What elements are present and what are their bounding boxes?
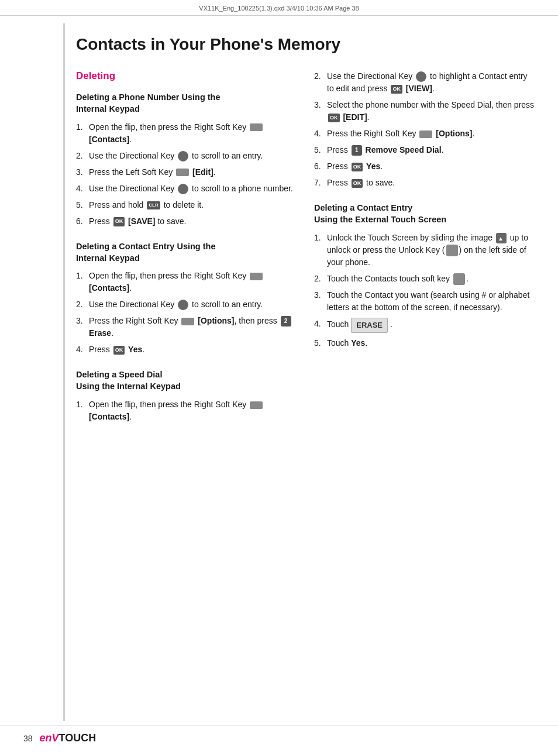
step-item: 2. Use the Directional Key to scroll to … [76, 298, 297, 311]
step-item: 7. Press OK to save. [314, 177, 535, 189]
steps-contact-entry: 1. Open the flip, then press the Right S… [76, 270, 297, 356]
step-item: 4. Press OK Yes. [76, 343, 297, 356]
subsection-heading-touch-screen: Deleting a Contact EntryUsing the Extern… [314, 202, 535, 226]
step-item: 5. Press and hold CLR to delete it. [76, 199, 297, 211]
dkey-icon [416, 71, 426, 82]
step-item: 3. Press the Right Soft Key [Options], t… [76, 315, 297, 339]
step-item: 1. Open the flip, then press the Right S… [76, 270, 297, 294]
subsection-heading-contact-entry: Deleting a Contact Entry Using theIntern… [76, 240, 297, 264]
step-item: 1. Open the flip, then press the Right S… [76, 398, 297, 423]
dkey-icon [178, 151, 188, 161]
page-content: Contacts in Your Phone's Memory Deleting… [76, 29, 535, 715]
step-item: 6. Press OK [SAVE] to save. [76, 215, 297, 228]
ok-icon: OK [113, 217, 125, 226]
softkey-icon [181, 318, 194, 325]
ok-icon: OK [391, 85, 402, 94]
steps-speed-dial-continued: 2. Use the Directional Key to highlight … [314, 70, 535, 189]
step-item: 5. Touch Yes. [314, 337, 535, 349]
step-item: 4. Use the Directional Key to scroll to … [76, 183, 297, 195]
steps-phone-number: 1. Open the flip, then press the Right S… [76, 121, 297, 228]
subsection-heading-speed-dial: Deleting a Speed DialUsing the Internal … [76, 369, 297, 393]
right-column: 2. Use the Directional Key to highlight … [314, 70, 535, 436]
ok-icon: OK [113, 346, 125, 355]
steps-speed-dial: 1. Open the flip, then press the Right S… [76, 398, 297, 423]
page-title: Contacts in Your Phone's Memory [76, 35, 535, 54]
margin-line [63, 23, 65, 721]
unlock-key-icon [446, 245, 458, 256]
softkey-icon [250, 401, 263, 409]
step-item: 3. Touch the Contact you want (search us… [314, 289, 535, 314]
header-text: VX11K_Eng_100225(1.3).qxd 3/4/10 10:36 A… [199, 5, 359, 12]
step-item: 4. Press the Right Soft Key [Options]. [314, 128, 535, 140]
softkey-icon [250, 273, 263, 280]
step-item: 1. Unlock the Touch Screen by sliding th… [314, 232, 535, 269]
step-item: 2. Touch the Contacts touch soft key . [314, 273, 535, 285]
step-item: 3. Press the Left Soft Key [Edit]. [76, 166, 297, 178]
softkey-icon [176, 169, 189, 176]
numkey-1-icon: 1 [352, 145, 362, 156]
step-item: 5. Press 1 Remove Speed Dial. [314, 144, 535, 156]
subsection-heading-phone-number: Deleting a Phone Number Using theInterna… [76, 91, 297, 115]
two-column-layout: Deleting Deleting a Phone Number Using t… [76, 70, 535, 436]
page-number: 38 [23, 734, 33, 743]
page-footer: 38 enVTOUCH [0, 726, 558, 744]
step-item: 6. Press OK Yes. [314, 160, 535, 173]
up-arrow-icon [496, 233, 507, 243]
softkey-icon [250, 123, 263, 131]
step-item: 2. Use the Directional Key to scroll to … [76, 150, 297, 162]
ok-icon: OK [352, 163, 363, 172]
ok-icon: OK [352, 179, 363, 188]
step-item: 2. Use the Directional Key to highlight … [314, 70, 535, 95]
ok-icon: OK [328, 114, 340, 123]
dkey-icon [178, 184, 188, 194]
step-item: 4. Touch ERASE . [314, 318, 535, 333]
left-column: Deleting Deleting a Phone Number Using t… [76, 70, 297, 436]
erase-button: ERASE [351, 318, 388, 333]
page-header: VX11K_Eng_100225(1.3).qxd 3/4/10 10:36 A… [0, 5, 558, 16]
contacts-touch-icon [453, 273, 465, 285]
step-item: 1. Open the flip, then press the Right S… [76, 121, 297, 146]
step-item: 3. Select the phone number with the Spee… [314, 99, 535, 123]
softkey-icon [419, 130, 432, 138]
numkey-icon: 2 [281, 316, 291, 327]
section-heading-deleting: Deleting [76, 70, 297, 82]
clr-icon: CLR [147, 201, 160, 209]
dkey-icon [178, 300, 188, 310]
steps-touch-screen: 1. Unlock the Touch Screen by sliding th… [314, 232, 535, 349]
brand-logo: enVTOUCH [40, 732, 97, 744]
